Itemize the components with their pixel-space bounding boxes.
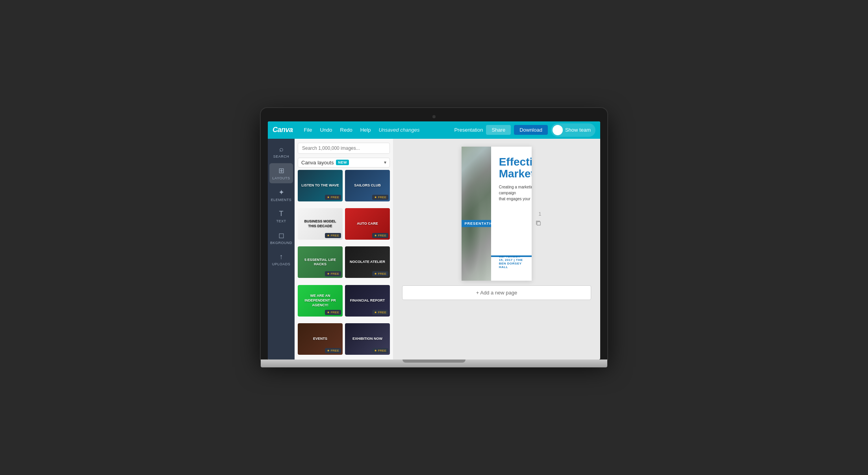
menu-redo[interactable]: Redo — [339, 126, 354, 134]
presentation-slide-label: Presentation — [462, 220, 491, 227]
free-badge-7: ★ FREE — [325, 310, 341, 315]
slide[interactable]: Presentation Effective Marketing Creatin… — [462, 147, 532, 281]
template-label-7: WE ARE AN INDEPENDENT PR AGENCY! — [300, 294, 340, 307]
menu-undo[interactable]: Undo — [318, 126, 334, 134]
template-card-3[interactable]: Business Model this Decade ★ FREE — [298, 208, 343, 240]
free-badge-1: ★ FREE — [325, 195, 341, 200]
background-icon: ◻ — [278, 231, 284, 240]
canva-logo[interactable]: Canva — [273, 126, 293, 134]
template-card-9[interactable]: EVENTS ★ FREE — [298, 323, 343, 355]
template-card-6[interactable]: NOCOLATE ATELIER ★ FREE — [345, 246, 390, 278]
share-button[interactable]: Share — [486, 125, 511, 135]
template-card-1[interactable]: LISTEN TO THE WAVE ★ FREE — [298, 170, 343, 201]
sidebar-item-elements[interactable]: ✦ ELEMENTS — [269, 185, 293, 205]
free-badge-4: ★ FREE — [372, 233, 388, 238]
template-label-4: AUTO CARE — [357, 222, 378, 226]
search-input[interactable] — [298, 143, 390, 154]
new-badge: NEW — [336, 160, 349, 165]
topbar-menu: File Undo Redo Help — [302, 126, 373, 134]
presentation-label: Presentation — [454, 127, 483, 133]
free-badge-5: ★ FREE — [325, 271, 341, 276]
sidebar-item-text[interactable]: T TEXT — [269, 207, 293, 226]
template-card-4[interactable]: AUTO CARE ★ FREE — [345, 208, 390, 240]
sidebar-item-search[interactable]: ⌕ SEARCH — [269, 142, 293, 162]
template-label-2: SAILORS CLUB — [354, 183, 381, 188]
main-layout: ⌕ SEARCH ⊞ LAYOUTS ✦ ELEMENTS T TEXT — [268, 139, 600, 360]
template-label-1: LISTEN TO THE WAVE — [301, 183, 339, 188]
panels-area: Canva layouts NEW ▾ LISTEN TO THE WAVE ★… — [295, 139, 393, 360]
free-badge-9: ★ FREE — [325, 348, 341, 353]
slide-subtitle: Creating a marketing campaignthat engage… — [499, 184, 532, 202]
svg-rect-0 — [537, 222, 541, 225]
layouts-icon: ⊞ — [278, 166, 284, 175]
template-label-5: 5 Essential Life Hacks — [300, 258, 340, 267]
free-badge-10: ★ FREE — [372, 348, 388, 353]
sidebar: ⌕ SEARCH ⊞ LAYOUTS ✦ ELEMENTS T TEXT — [268, 139, 295, 360]
template-label-3: Business Model this Decade — [300, 219, 340, 228]
dropdown-arrow-icon: ▾ — [384, 160, 386, 165]
sidebar-label-background: BKGROUND — [270, 241, 292, 245]
sidebar-label-text: TEXT — [276, 219, 286, 223]
menu-file[interactable]: File — [302, 126, 314, 134]
download-button[interactable]: Download — [514, 125, 548, 135]
screen-bezel: Canva File Undo Redo Help Unsaved change… — [261, 108, 607, 360]
template-card-7[interactable]: WE ARE AN INDEPENDENT PR AGENCY! ★ FREE — [298, 285, 343, 317]
template-card-10[interactable]: EXHIBITION NOW ★ FREE — [345, 323, 390, 355]
slide-title-line1: Effective — [499, 156, 532, 168]
search-icon: ⌕ — [279, 145, 284, 153]
free-badge-6: ★ FREE — [372, 271, 388, 276]
template-label-6: NOCOLATE ATELIER — [350, 260, 385, 265]
unsaved-changes: Unsaved changes — [378, 127, 419, 133]
text-icon: T — [279, 210, 284, 218]
show-team-label: Show team — [565, 127, 591, 133]
template-card-2[interactable]: SAILORS CLUB ★ FREE — [345, 170, 390, 201]
laptop-frame: Canva File Undo Redo Help Unsaved change… — [261, 108, 607, 367]
topbar-right: Presentation Share Download Show team — [454, 123, 595, 137]
template-label-8: FINANCIAL REPORT — [350, 298, 385, 303]
slide-wrapper: Presentation Effective Marketing Creatin… — [462, 147, 532, 281]
template-label-10: EXHIBITION NOW — [352, 337, 382, 341]
sidebar-item-layouts[interactable]: ⊞ LAYOUTS — [269, 163, 293, 183]
template-label-9: EVENTS — [313, 337, 327, 341]
sidebar-item-uploads[interactable]: ↑ UPLOADS — [269, 250, 293, 269]
avatar — [553, 125, 563, 135]
sidebar-item-background[interactable]: ◻ BKGROUND — [269, 228, 293, 248]
show-team-button[interactable]: Show team — [551, 123, 595, 137]
template-grid: LISTEN TO THE WAVE ★ FREE SAILORS CLUB ★… — [295, 170, 393, 360]
sidebar-label-search: SEARCH — [273, 155, 289, 158]
sidebar-label-elements: ELEMENTS — [271, 198, 292, 202]
slide-title-line2: Marketing — [499, 168, 532, 180]
add-page-button[interactable]: + Add a new page — [402, 285, 591, 300]
search-bar-container — [295, 139, 393, 158]
free-badge-3: ★ FREE — [325, 233, 341, 238]
free-badge-8: ★ FREE — [372, 310, 388, 315]
sidebar-label-layouts: LAYOUTS — [273, 176, 290, 180]
uploads-icon: ↑ — [280, 253, 283, 261]
laptop-screen: Canva File Undo Redo Help Unsaved change… — [268, 121, 600, 360]
slide-photo — [462, 147, 491, 281]
free-badge-2: ★ FREE — [372, 195, 388, 200]
menu-help[interactable]: Help — [359, 126, 373, 134]
canvas-area[interactable]: Presentation Effective Marketing Creatin… — [393, 139, 600, 360]
slide-number: 1 — [538, 210, 541, 216]
elements-icon: ✦ — [278, 188, 284, 197]
slide-title: Effective Marketing — [499, 156, 532, 181]
copy-icon[interactable] — [536, 220, 541, 227]
slide-date-line: SEPTEMBER 15, 2017 | THE BEN DORSEY HALL — [491, 255, 532, 269]
layouts-label: Canva layouts — [301, 160, 334, 166]
layouts-dropdown[interactable]: Canva layouts NEW ▾ — [298, 158, 390, 168]
template-card-5[interactable]: 5 Essential Life Hacks ★ FREE — [298, 246, 343, 278]
laptop-base — [261, 360, 607, 367]
camera — [432, 115, 436, 118]
sidebar-label-uploads: UPLOADS — [272, 262, 291, 266]
template-card-8[interactable]: FINANCIAL REPORT ★ FREE — [345, 285, 390, 317]
topbar: Canva File Undo Redo Help Unsaved change… — [268, 121, 600, 139]
slide-image: Presentation — [462, 147, 491, 281]
